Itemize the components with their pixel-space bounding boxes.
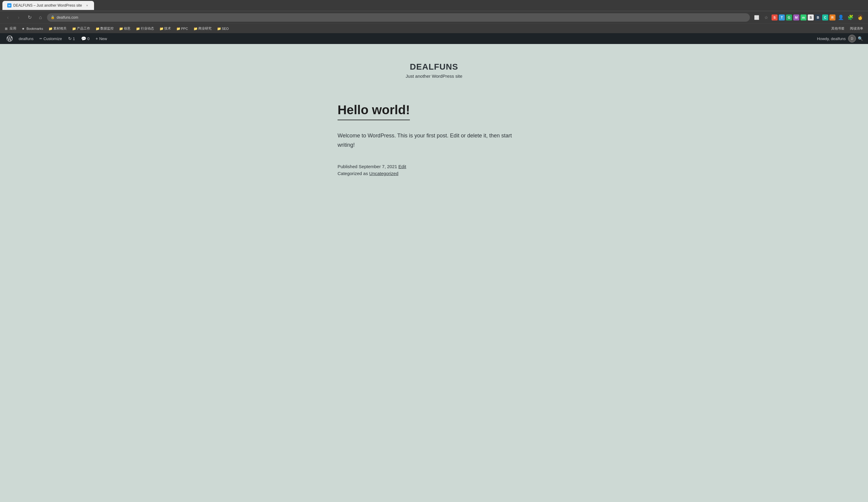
forward-button[interactable]: › bbox=[14, 13, 23, 22]
customize-label: Customize bbox=[43, 36, 62, 41]
comments-count: 0 bbox=[87, 36, 90, 41]
folder-icon-2: 📁 bbox=[72, 27, 76, 30]
post-meta: Published September 7, 2021 Edit Categor… bbox=[338, 164, 530, 176]
reading-list-label: 阅读清单 bbox=[850, 26, 863, 31]
apps-bookmark-icon: ⊞ bbox=[5, 27, 8, 30]
folder-icon-9: 📁 bbox=[217, 27, 220, 30]
avatar-initials: D bbox=[851, 37, 853, 40]
address-text: dealfuns.com bbox=[56, 15, 78, 20]
bookmark-business-label: 商业研究 bbox=[198, 26, 211, 31]
forward-icon: › bbox=[18, 15, 19, 20]
tab-label: DEALFUNS – Just another WordPress site bbox=[13, 3, 82, 8]
bookmark-icon[interactable]: ☆ bbox=[762, 13, 770, 22]
bookmark-apps-label: 应用 bbox=[10, 26, 16, 31]
bookmark-materials[interactable]: 📁 素材相关 bbox=[46, 25, 69, 32]
bookmark-industry[interactable]: 📁 行业动态 bbox=[134, 25, 156, 32]
published-date-value: September 7, 2021 bbox=[359, 164, 397, 169]
categorized-label: Categorized as bbox=[338, 171, 368, 176]
search-icon: 🔍 bbox=[858, 36, 863, 41]
tab-favicon: W bbox=[7, 3, 11, 8]
folder-icon-8: 📁 bbox=[194, 27, 197, 30]
ext-icon-4[interactable]: M bbox=[793, 14, 799, 21]
profile-avatar[interactable]: 👩 bbox=[856, 13, 865, 22]
bookmark-bookmarks[interactable]: ★ Bookmarks bbox=[19, 26, 45, 31]
bookmarks-bar: ⊞ 应用 ★ Bookmarks 📁 素材相关 📁 产品工作 📁 数据监控 📁 … bbox=[0, 23, 868, 33]
wordpress-logo-icon bbox=[7, 35, 13, 42]
folder-icon-4: 📁 bbox=[119, 27, 123, 30]
admin-avatar[interactable]: D bbox=[848, 35, 856, 42]
site-title: DEALFUNS bbox=[406, 62, 462, 72]
site-header: DEALFUNS Just another WordPress site bbox=[406, 62, 462, 79]
other-bookmarks-label: 其他书签 bbox=[831, 26, 845, 31]
bookmark-industry-label: 行业动态 bbox=[141, 26, 154, 31]
profile-icon[interactable]: 👤 bbox=[837, 13, 845, 22]
wp-admin-bar: dealfuns ✏ Customize ↻ 1 💬 0 + New Howdy… bbox=[0, 33, 868, 44]
bookmark-materials-label: 素材相关 bbox=[53, 26, 66, 31]
bookmark-creative-label: 创意 bbox=[124, 26, 131, 31]
home-icon: ⌂ bbox=[39, 15, 42, 20]
wp-site-name-button[interactable]: dealfuns bbox=[16, 33, 37, 44]
reload-icon: ↻ bbox=[28, 14, 32, 20]
bookmark-product-label: 产品工作 bbox=[77, 26, 90, 31]
post-title-link[interactable]: Hello world! bbox=[338, 103, 410, 117]
folder-icon-3: 📁 bbox=[95, 27, 99, 30]
bookmark-business[interactable]: 📁 商业研究 bbox=[191, 25, 214, 32]
reload-button[interactable]: ↻ bbox=[25, 13, 34, 22]
wp-customize-button[interactable]: ✏ Customize bbox=[37, 33, 65, 44]
site-tagline: Just another WordPress site bbox=[406, 74, 462, 79]
folder-icon-5: 📁 bbox=[136, 27, 140, 30]
ext-icon-1[interactable]: S bbox=[772, 14, 778, 21]
published-label: Published bbox=[338, 164, 358, 169]
new-icon: + bbox=[95, 36, 98, 41]
post-category-line: Categorized as Uncategorized bbox=[338, 171, 530, 176]
wp-new-button[interactable]: + New bbox=[93, 33, 110, 44]
address-bar[interactable]: 🔒 dealfuns.com bbox=[47, 13, 750, 22]
tab-close-button[interactable]: × bbox=[85, 3, 89, 8]
customize-icon: ✏ bbox=[40, 37, 42, 41]
bookmark-reading-list[interactable]: 阅读清单 bbox=[847, 25, 866, 32]
browser-chrome: W DEALFUNS – Just another WordPress site… bbox=[0, 0, 868, 33]
back-icon: ‹ bbox=[7, 15, 8, 20]
wp-comments-button[interactable]: 💬 0 bbox=[78, 33, 93, 44]
bookmark-creative[interactable]: 📁 创意 bbox=[117, 25, 133, 32]
admin-search-button[interactable]: 🔍 bbox=[856, 33, 865, 44]
bookmark-data-label: 数据监控 bbox=[100, 26, 114, 31]
bookmark-ppc[interactable]: 📁 PPC bbox=[174, 26, 190, 31]
wp-logo-button[interactable] bbox=[3, 33, 16, 44]
ext-icon-6[interactable]: S bbox=[808, 14, 814, 21]
ext-icon-9[interactable]: R bbox=[829, 14, 836, 21]
nav-extension-icons: ⬜ ☆ S T G M m S B C R 👤 🧩 👩 bbox=[752, 13, 865, 22]
tab-bar: W DEALFUNS – Just another WordPress site… bbox=[0, 0, 868, 11]
star-icon: ★ bbox=[22, 27, 25, 30]
howdy-text: Howdy, dealfuns bbox=[815, 36, 848, 41]
updates-icon: ↻ bbox=[68, 36, 72, 41]
comments-icon: 💬 bbox=[81, 36, 86, 41]
extensions-button[interactable]: 🧩 bbox=[846, 13, 855, 22]
bookmark-seo-label: SEO bbox=[222, 27, 229, 30]
ext-icon-5[interactable]: m bbox=[800, 14, 807, 21]
bookmark-data[interactable]: 📁 数据监控 bbox=[93, 25, 116, 32]
bookmark-ppc-label: PPC bbox=[181, 27, 188, 30]
bookmark-bookmarks-label: Bookmarks bbox=[27, 27, 43, 30]
bookmark-apps[interactable]: ⊞ 应用 bbox=[2, 25, 19, 32]
home-button[interactable]: ⌂ bbox=[36, 13, 45, 22]
ext-icon-8[interactable]: C bbox=[822, 14, 828, 21]
bookmark-product[interactable]: 📁 产品工作 bbox=[70, 25, 93, 32]
edit-link[interactable]: Edit bbox=[399, 164, 406, 169]
wp-updates-button[interactable]: ↻ 1 bbox=[65, 33, 78, 44]
bookmark-other[interactable]: 其他书签 bbox=[829, 25, 847, 32]
ext-icon-7[interactable]: B bbox=[815, 14, 821, 21]
bookmark-tech-label: 技术 bbox=[164, 26, 171, 31]
new-label: New bbox=[99, 36, 107, 41]
ext-icon-3[interactable]: G bbox=[786, 14, 792, 21]
site-name-label: dealfuns bbox=[19, 36, 33, 41]
ext-icon-2[interactable]: T bbox=[779, 14, 785, 21]
active-tab[interactable]: W DEALFUNS – Just another WordPress site… bbox=[2, 1, 94, 10]
main-content: Hello world! Welcome to WordPress. This … bbox=[338, 103, 530, 178]
screenshare-icon[interactable]: ⬜ bbox=[752, 13, 761, 22]
category-link[interactable]: Uncategorized bbox=[369, 171, 399, 176]
bookmark-tech[interactable]: 📁 技术 bbox=[157, 25, 173, 32]
back-button[interactable]: ‹ bbox=[3, 13, 12, 22]
folder-icon-1: 📁 bbox=[49, 27, 52, 30]
bookmark-seo[interactable]: 📁 SEO bbox=[215, 26, 231, 31]
